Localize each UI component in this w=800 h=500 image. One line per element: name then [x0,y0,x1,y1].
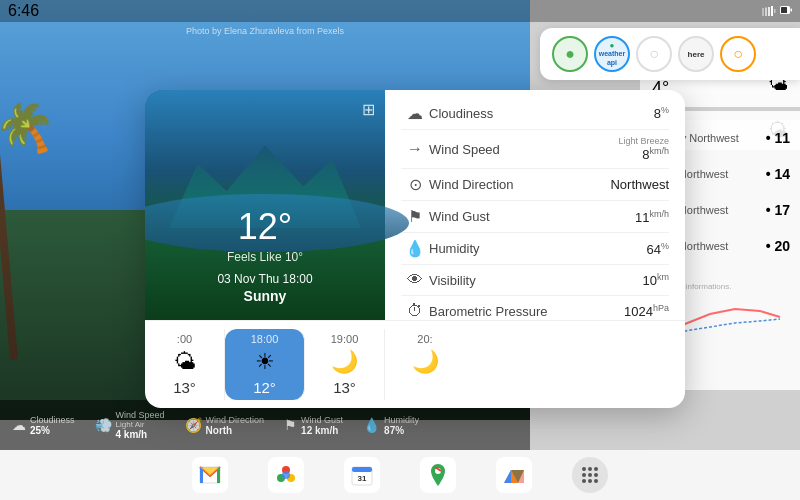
provider-here[interactable]: here [678,36,714,72]
apps-icon[interactable] [572,457,608,493]
cloudiness-label: Cloudiness [429,106,654,121]
app-dock: 31 [0,450,800,500]
hour-item-0[interactable]: :00 🌤 13° [145,329,225,400]
status-time: 6:46 [8,2,39,20]
weather-row-visibility: 👁 Visibility 10km [401,265,669,296]
humidity-icon: 💧 [401,239,429,258]
photo-credit: Photo by Elena Zhuravleva from Pexels [186,26,344,36]
hour-time-1: 18:00 [251,333,279,345]
svg-rect-7 [781,7,787,13]
svg-point-24 [588,467,592,471]
pressure-label: Barometric Pressure [429,304,624,319]
humidity-label: Humidity [429,241,647,256]
weather-row-pressure: ⏱ Barometric Pressure 1024hPa [401,296,669,320]
svg-rect-6 [791,9,793,12]
pressure-value: 1024hPa [624,303,669,319]
hour-time-2: 19:00 [331,333,359,345]
hour-item-2[interactable]: 19:00 🌙 13° [305,329,385,400]
temp-display: 12° Feels Like 10° 03 Nov Thu 18:00 Sunn… [217,206,312,304]
svg-point-31 [594,479,598,483]
weather-row-humidity: 💧 Humidity 64% [401,233,669,265]
weather-modal: ⊞ 12° Feels Like 10° 03 Nov Thu 18:00 Su… [145,90,685,408]
svg-point-13 [282,471,290,479]
svg-point-27 [588,473,592,477]
date-time: 03 Nov Thu 18:00 [217,272,312,286]
hour-time-3: 20: [417,333,432,345]
status-wind-gust: ⚑ Wind Gust 12 km/h [284,415,343,436]
status-humidity-icon: 💧 [363,417,380,433]
svg-point-23 [582,467,586,471]
visibility-value: 10km [643,272,669,288]
hourly-forecast: :00 🌤 13° 18:00 ☀ 12° 19:00 🌙 13° 20: 🌙 [145,320,685,408]
modal-top: ⊞ 12° Feels Like 10° 03 Nov Thu 18:00 Su… [145,90,685,320]
svg-marker-21 [504,470,511,483]
google-calendar-icon[interactable]: 31 [344,457,380,493]
status-wind-icon: 💨 [95,417,112,433]
svg-point-26 [582,473,586,477]
status-bar: 6:46 [0,0,800,22]
svg-text:31: 31 [358,474,367,483]
hour-item-1[interactable]: 18:00 ☀ 12° [225,329,305,400]
hour-time-0: :00 [177,333,192,345]
svg-rect-15 [352,467,372,472]
cloudiness-icon: ☁ [401,104,429,123]
provider-circle3[interactable]: ○ [636,36,672,72]
svg-rect-4 [774,9,776,13]
google-photos-icon[interactable] [268,457,304,493]
svg-point-29 [582,479,586,483]
weather-row-gust: ⚑ Wind Gust 11km/h [401,201,669,233]
gust-label: Wind Gust [429,209,635,224]
status-cloud-icon: ☁ [12,417,26,433]
windspeed-value: Light Breeze 8km/h [618,136,669,162]
hour-item-3[interactable]: 20: 🌙 [385,329,465,400]
status-cloudiness: ☁ Cloudiness 25% [12,415,75,436]
svg-point-30 [588,479,592,483]
hour-temp-0: 13° [173,379,196,396]
hour-icon-0: 🌤 [174,349,196,375]
visibility-label: Visibility [429,273,643,288]
visibility-icon: 👁 [401,271,429,289]
provider-weatherapi[interactable]: ● weather api [594,36,630,72]
right-val-3: • 17 [766,202,790,218]
svg-point-28 [594,473,598,477]
direction-label: Wind Direction [429,177,610,192]
status-windspeed: 💨 Wind Speed Light Air 4 km/h [95,410,165,440]
main-temp: 12° [217,206,312,248]
windspeed-label: Wind Speed [429,142,618,157]
gmail-icon[interactable] [192,457,228,493]
status-wind-dir: 🧭 Wind Direction North [185,415,265,436]
feels-like: Feels Like 10° [217,250,312,264]
svg-rect-8 [200,467,203,483]
svg-rect-9 [217,467,220,483]
provider-orange[interactable]: ○ [720,36,756,72]
svg-rect-3 [771,6,773,16]
hour-temp-2: 13° [333,379,356,396]
condition: Sunny [217,288,312,304]
direction-value: Northwest [610,177,669,192]
cloudiness-value: 8% [654,105,669,121]
status-humidity: 💧 Humidity 87% [363,415,419,436]
status-icons [762,6,792,16]
status-gust-icon: ⚑ [284,417,297,433]
google-drive-icon[interactable] [496,457,532,493]
svg-marker-22 [511,470,524,483]
weather-row-cloudiness: ☁ Cloudiness 8% [401,98,669,130]
weather-row-windspeed: → Wind Speed Light Breeze 8km/h [401,130,669,169]
status-compass-icon: 🧭 [185,417,202,433]
modal-left: ⊞ 12° Feels Like 10° 03 Nov Thu 18:00 Su… [145,90,385,320]
svg-rect-2 [768,7,770,16]
direction-icon: ⊙ [401,175,429,194]
pressure-icon: ⏱ [401,302,429,320]
google-maps-icon[interactable] [420,457,456,493]
gust-value: 11km/h [635,209,669,225]
hour-icon-1: ☀ [255,349,275,375]
svg-point-25 [594,467,598,471]
hour-temp-1: 12° [253,379,276,396]
modal-right: ☁ Cloudiness 8% → Wind Speed Light Breez… [385,90,685,320]
expand-icon[interactable]: ⊞ [362,100,375,119]
svg-rect-0 [762,8,764,16]
provider-bar[interactable]: ● ● weather api ○ here ○ [540,28,800,80]
right-val-1: • 11 [766,130,790,146]
right-val-4: • 20 [766,238,790,254]
provider-green[interactable]: ● [552,36,588,72]
